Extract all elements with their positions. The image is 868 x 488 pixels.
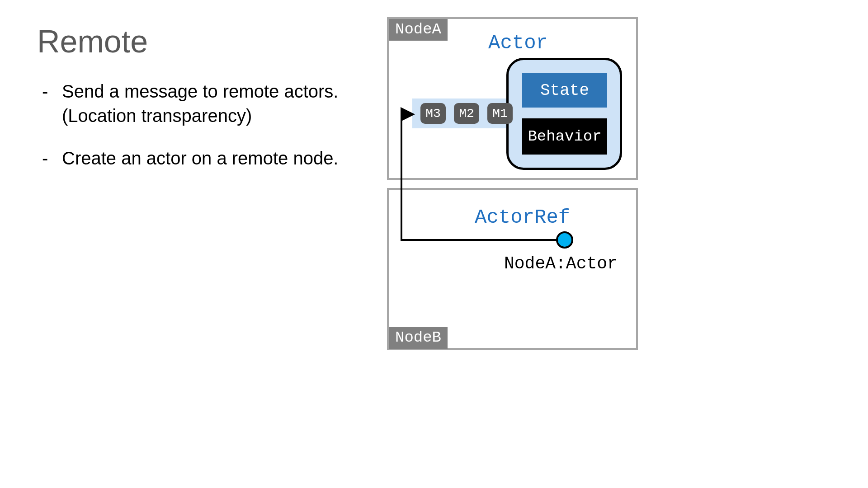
bullet-dash: - — [38, 146, 62, 170]
slide-title: Remote — [37, 23, 148, 60]
behavior-box: Behavior — [522, 118, 607, 155]
actorref-dot-icon — [556, 231, 573, 249]
actorref-path: NodeA:Actor — [504, 254, 618, 273]
bullet-text: Send a message to remote actors. (Locati… — [62, 79, 364, 128]
node-b-label: NodeB — [389, 327, 448, 349]
message-chip: M1 — [487, 103, 513, 124]
bullet-item: - Send a message to remote actors. (Loca… — [38, 79, 364, 128]
slide: Remote - Send a message to remote actors… — [0, 0, 684, 384]
state-box: State — [522, 73, 607, 108]
message-chip: M3 — [420, 103, 446, 124]
message-chip: M2 — [454, 103, 479, 124]
actor-title: Actor — [488, 32, 548, 54]
actorref-title: ActorRef — [475, 206, 570, 229]
bullet-list: - Send a message to remote actors. (Loca… — [38, 79, 364, 188]
node-a-label: NodeA — [389, 19, 448, 41]
bullet-dash: - — [38, 79, 62, 128]
bullet-item: - Create an actor on a remote node. — [38, 146, 364, 170]
bullet-text: Create an actor on a remote node. — [62, 146, 364, 170]
